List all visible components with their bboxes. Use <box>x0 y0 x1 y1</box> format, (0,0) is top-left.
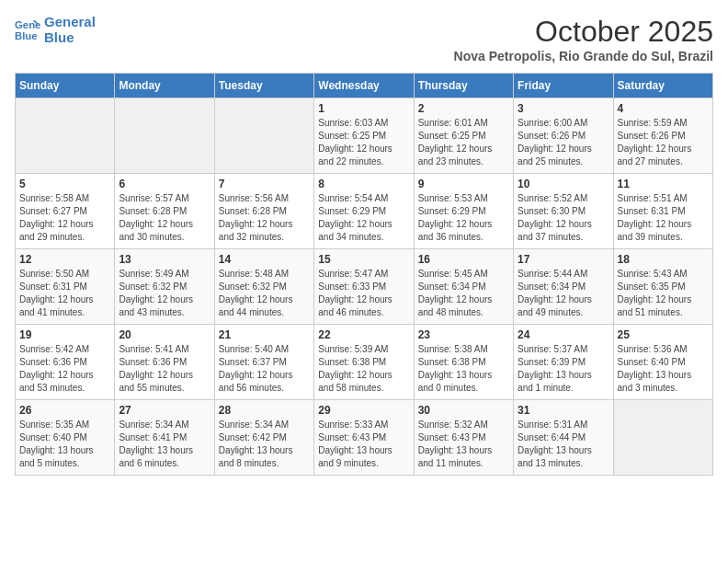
svg-text:Blue: Blue <box>15 29 38 40</box>
calendar-cell: 28Sunrise: 5:34 AM Sunset: 6:42 PM Dayli… <box>214 400 313 476</box>
logo-text-line1: General <box>44 15 96 30</box>
day-number: 17 <box>518 253 609 266</box>
calendar-cell: 17Sunrise: 5:44 AM Sunset: 6:34 PM Dayli… <box>514 249 613 325</box>
day-info: Sunrise: 5:35 AM Sunset: 6:40 PM Dayligh… <box>19 419 110 470</box>
day-number: 5 <box>19 178 110 190</box>
day-info: Sunrise: 5:39 AM Sunset: 6:38 PM Dayligh… <box>318 343 409 395</box>
day-header-thursday: Thursday <box>414 74 513 98</box>
day-info: Sunrise: 5:53 AM Sunset: 6:29 PM Dayligh… <box>418 192 509 244</box>
day-info: Sunrise: 5:52 AM Sunset: 6:30 PM Dayligh… <box>518 192 609 244</box>
day-number: 13 <box>119 253 210 266</box>
calendar-cell: 13Sunrise: 5:49 AM Sunset: 6:32 PM Dayli… <box>115 249 214 325</box>
calendar-cell <box>115 98 214 174</box>
day-info: Sunrise: 5:37 AM Sunset: 6:39 PM Dayligh… <box>518 343 609 395</box>
calendar-cell: 4Sunrise: 5:59 AM Sunset: 6:26 PM Daylig… <box>613 98 712 174</box>
day-info: Sunrise: 5:44 AM Sunset: 6:34 PM Dayligh… <box>518 268 609 319</box>
day-number: 23 <box>418 328 509 341</box>
svg-text:General: General <box>15 19 40 30</box>
day-header-sunday: Sunday <box>16 74 115 98</box>
day-number: 7 <box>219 178 310 190</box>
day-number: 12 <box>19 253 110 266</box>
calendar-cell <box>613 400 712 476</box>
calendar-cell: 29Sunrise: 5:33 AM Sunset: 6:43 PM Dayli… <box>314 400 414 476</box>
calendar-table: SundayMondayTuesdayWednesdayThursdayFrid… <box>15 73 713 476</box>
day-number: 4 <box>618 102 709 115</box>
calendar-cell: 6Sunrise: 5:57 AM Sunset: 6:28 PM Daylig… <box>115 174 214 249</box>
day-number: 26 <box>19 404 110 417</box>
day-header-tuesday: Tuesday <box>214 74 313 98</box>
day-number: 14 <box>219 253 310 266</box>
day-info: Sunrise: 5:49 AM Sunset: 6:32 PM Dayligh… <box>119 268 210 319</box>
calendar-week-4: 19Sunrise: 5:42 AM Sunset: 6:36 PM Dayli… <box>16 325 713 400</box>
calendar-cell <box>214 98 313 174</box>
day-info: Sunrise: 5:34 AM Sunset: 6:41 PM Dayligh… <box>119 419 210 470</box>
logo-text-line2: Blue <box>44 30 96 46</box>
day-info: Sunrise: 5:50 AM Sunset: 6:31 PM Dayligh… <box>19 268 110 319</box>
day-number: 6 <box>119 178 210 190</box>
calendar-cell: 16Sunrise: 5:45 AM Sunset: 6:34 PM Dayli… <box>414 249 513 325</box>
day-number: 24 <box>518 328 609 341</box>
calendar-cell: 19Sunrise: 5:42 AM Sunset: 6:36 PM Dayli… <box>16 325 115 400</box>
header-row: SundayMondayTuesdayWednesdayThursdayFrid… <box>16 74 713 98</box>
day-number: 29 <box>318 404 409 417</box>
day-number: 11 <box>618 178 709 190</box>
day-header-friday: Friday <box>514 74 613 98</box>
day-number: 9 <box>418 178 509 190</box>
day-info: Sunrise: 5:59 AM Sunset: 6:26 PM Dayligh… <box>618 117 709 168</box>
page-header: General Blue General Blue October 2025 N… <box>15 15 713 63</box>
calendar-week-5: 26Sunrise: 5:35 AM Sunset: 6:40 PM Dayli… <box>16 400 713 476</box>
calendar-cell: 12Sunrise: 5:50 AM Sunset: 6:31 PM Dayli… <box>16 249 115 325</box>
day-number: 1 <box>318 102 409 115</box>
day-number: 10 <box>518 178 609 190</box>
day-info: Sunrise: 5:38 AM Sunset: 6:38 PM Dayligh… <box>418 343 509 395</box>
calendar-cell: 2Sunrise: 6:01 AM Sunset: 6:25 PM Daylig… <box>414 98 513 174</box>
calendar-cell: 15Sunrise: 5:47 AM Sunset: 6:33 PM Dayli… <box>314 249 414 325</box>
day-number: 15 <box>318 253 409 266</box>
calendar-week-1: 1Sunrise: 6:03 AM Sunset: 6:25 PM Daylig… <box>16 98 713 174</box>
day-info: Sunrise: 5:51 AM Sunset: 6:31 PM Dayligh… <box>618 192 709 244</box>
day-number: 21 <box>219 328 310 341</box>
day-info: Sunrise: 5:36 AM Sunset: 6:40 PM Dayligh… <box>618 343 709 395</box>
day-number: 16 <box>418 253 509 266</box>
day-number: 31 <box>518 404 609 417</box>
calendar-cell: 20Sunrise: 5:41 AM Sunset: 6:36 PM Dayli… <box>115 325 214 400</box>
day-info: Sunrise: 5:31 AM Sunset: 6:44 PM Dayligh… <box>518 419 609 470</box>
month-title: October 2025 <box>454 15 713 49</box>
day-header-wednesday: Wednesday <box>314 74 414 98</box>
day-info: Sunrise: 5:47 AM Sunset: 6:33 PM Dayligh… <box>318 268 409 319</box>
day-number: 8 <box>318 178 409 190</box>
day-number: 25 <box>618 328 709 341</box>
day-info: Sunrise: 6:01 AM Sunset: 6:25 PM Dayligh… <box>418 117 509 168</box>
calendar-cell: 9Sunrise: 5:53 AM Sunset: 6:29 PM Daylig… <box>414 174 513 249</box>
calendar-cell <box>16 98 115 174</box>
calendar-cell: 10Sunrise: 5:52 AM Sunset: 6:30 PM Dayli… <box>514 174 613 249</box>
day-info: Sunrise: 5:56 AM Sunset: 6:28 PM Dayligh… <box>219 192 310 244</box>
day-info: Sunrise: 5:34 AM Sunset: 6:42 PM Dayligh… <box>219 419 310 470</box>
day-header-saturday: Saturday <box>613 74 712 98</box>
day-info: Sunrise: 5:41 AM Sunset: 6:36 PM Dayligh… <box>119 343 210 395</box>
day-info: Sunrise: 5:54 AM Sunset: 6:29 PM Dayligh… <box>318 192 409 244</box>
day-number: 27 <box>119 404 210 417</box>
day-number: 3 <box>518 102 609 115</box>
day-info: Sunrise: 6:03 AM Sunset: 6:25 PM Dayligh… <box>318 117 409 168</box>
calendar-cell: 1Sunrise: 6:03 AM Sunset: 6:25 PM Daylig… <box>314 98 414 174</box>
day-info: Sunrise: 5:48 AM Sunset: 6:32 PM Dayligh… <box>219 268 310 319</box>
calendar-cell: 30Sunrise: 5:32 AM Sunset: 6:43 PM Dayli… <box>414 400 513 476</box>
calendar-cell: 22Sunrise: 5:39 AM Sunset: 6:38 PM Dayli… <box>314 325 414 400</box>
calendar-cell: 27Sunrise: 5:34 AM Sunset: 6:41 PM Dayli… <box>115 400 214 476</box>
day-number: 19 <box>19 328 110 341</box>
logo-icon: General Blue <box>15 17 40 43</box>
calendar-week-2: 5Sunrise: 5:58 AM Sunset: 6:27 PM Daylig… <box>16 174 713 249</box>
day-number: 22 <box>318 328 409 341</box>
title-block: October 2025 Nova Petropolis, Rio Grande… <box>454 15 713 63</box>
day-info: Sunrise: 5:43 AM Sunset: 6:35 PM Dayligh… <box>618 268 709 319</box>
day-number: 18 <box>618 253 709 266</box>
calendar-cell: 14Sunrise: 5:48 AM Sunset: 6:32 PM Dayli… <box>214 249 313 325</box>
calendar-cell: 26Sunrise: 5:35 AM Sunset: 6:40 PM Dayli… <box>16 400 115 476</box>
calendar-cell: 24Sunrise: 5:37 AM Sunset: 6:39 PM Dayli… <box>514 325 613 400</box>
day-number: 2 <box>418 102 509 115</box>
calendar-cell: 23Sunrise: 5:38 AM Sunset: 6:38 PM Dayli… <box>414 325 513 400</box>
day-info: Sunrise: 6:00 AM Sunset: 6:26 PM Dayligh… <box>518 117 609 168</box>
day-info: Sunrise: 5:45 AM Sunset: 6:34 PM Dayligh… <box>418 268 509 319</box>
day-info: Sunrise: 5:57 AM Sunset: 6:28 PM Dayligh… <box>119 192 210 244</box>
